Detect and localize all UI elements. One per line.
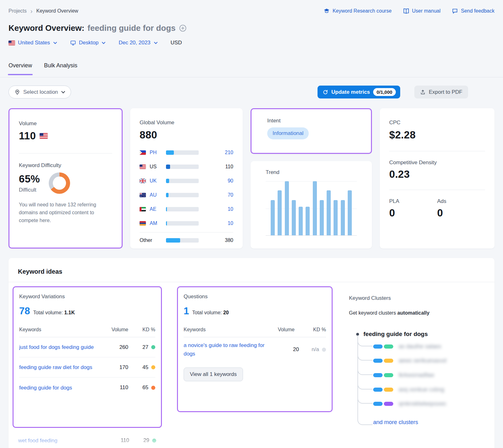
cluster-item[interactable]: qmknsklwlwqxsxec xyxy=(373,399,446,409)
update-metrics-label: Update metrics xyxy=(331,89,370,95)
cluster-item[interactable]: asq xonkue cxbng xyxy=(373,384,444,395)
cluster-branch-line xyxy=(357,351,373,361)
kd-cell: 29 xyxy=(129,437,156,444)
cluster-label-blurred: qmknsklwlwqxsxec xyxy=(399,400,446,407)
user-manual-link[interactable]: User manual xyxy=(403,8,441,14)
global-volume-row: PH210 xyxy=(140,145,233,160)
cluster-item[interactable]: lkrkwsmadfaw xyxy=(373,370,434,380)
country-code-link[interactable]: AE xyxy=(150,206,166,212)
country-code-link[interactable]: AM xyxy=(150,221,166,226)
location-filter-label: United States xyxy=(18,40,50,46)
filters-bar: United States Desktop Dec 20, 2023 USD xyxy=(8,40,182,46)
kd-cell: 45 xyxy=(128,364,155,371)
keyword-difficulty-value: 65% xyxy=(19,173,40,185)
trend-card: Trend xyxy=(251,161,372,249)
country-code-link[interactable]: UK xyxy=(150,178,166,184)
cluster-label-blurred: aews serikuesaxxd xyxy=(399,357,446,364)
country-volume-value: 210 xyxy=(199,150,233,155)
keyword-link[interactable]: just food for dogs feeding guide xyxy=(19,343,106,351)
country-code-link[interactable]: PH xyxy=(150,150,166,155)
trend-bar xyxy=(334,200,338,235)
page-title: Keyword Overview: feeding guide for dogs xyxy=(8,23,187,33)
us-flag-icon xyxy=(40,133,48,139)
country-volume-value: 10 xyxy=(199,221,233,226)
keyword-link[interactable]: feeding guide raw diet for dogs xyxy=(19,363,106,372)
global-volume-value: 880 xyxy=(140,129,233,141)
global-volume-row: AE10 xyxy=(140,202,233,216)
keyword-difficulty-title: Keyword Difficulty xyxy=(19,162,112,169)
kd-cell: 65 xyxy=(128,384,155,391)
global-volume-row: AU70 xyxy=(140,188,233,202)
cluster-branch-line xyxy=(357,416,373,425)
breadcrumb-projects[interactable]: Projects xyxy=(8,8,27,14)
questions-rows: a novice's guide to raw feeding for dogs… xyxy=(184,337,326,362)
currency-label: USD xyxy=(171,40,182,46)
tab-bulk-analysis[interactable]: Bulk Analysis xyxy=(44,62,77,75)
keyword-variations-total: Total volume: 1.1K xyxy=(33,310,75,316)
global-volume-row: AM10 xyxy=(140,216,233,230)
view-all-keywords-button[interactable]: View all 1 keywords xyxy=(184,367,243,381)
questions-count: 1 xyxy=(184,305,189,317)
book-icon xyxy=(403,8,409,14)
graduation-cap-icon xyxy=(323,8,330,14)
export-to-pdf-button[interactable]: Export to PDF xyxy=(414,86,468,98)
keyword-difficulty-label: Difficult xyxy=(19,187,40,193)
keyword-link[interactable]: wet food feeding xyxy=(18,436,107,445)
update-metrics-quota-badge: 0/1,000 xyxy=(373,88,396,96)
volume-card: Volume 110 Keyword Difficulty 65% Diffic… xyxy=(8,108,123,249)
cluster-pills-icon xyxy=(373,359,393,363)
update-metrics-button[interactable]: Update metrics 0/1,000 xyxy=(318,86,400,98)
chevron-down-icon xyxy=(154,42,158,44)
ads-label: Ads xyxy=(437,198,485,204)
keyword-link[interactable]: feeding guide for dogs xyxy=(19,384,106,392)
competitive-density-value: 0.23 xyxy=(389,168,485,180)
keyword-ideas-title: Keyword ideas xyxy=(18,268,62,275)
cpc-value: $2.28 xyxy=(389,129,485,141)
cluster-item[interactable]: aews serikuesaxxd xyxy=(373,356,446,366)
tabs-bar: Overview Bulk Analysis xyxy=(0,60,503,77)
country-volume-value: 70 xyxy=(199,192,233,198)
au-flag-icon xyxy=(140,193,146,197)
trend-bar xyxy=(278,190,282,235)
export-upload-icon xyxy=(420,89,426,95)
cluster-tree-trunk xyxy=(357,335,358,416)
send-feedback-link[interactable]: Send feedback xyxy=(452,8,495,14)
page-title-prefix: Keyword Overview: xyxy=(8,23,84,33)
device-filter[interactable]: Desktop xyxy=(70,40,105,46)
country-code-link[interactable]: AU xyxy=(150,192,166,198)
variations-column-headers: Keywords Volume KD % xyxy=(19,327,155,337)
cluster-pills-icon xyxy=(373,402,393,406)
cluster-label-blurred: lkrkwsmadfaw xyxy=(399,372,434,378)
breadcrumb-current: Keyword Overview xyxy=(36,8,78,14)
us-flag-icon xyxy=(8,41,15,45)
date-filter-label: Dec 20, 2023 xyxy=(119,40,150,46)
breadcrumb: Projects › Keyword Overview xyxy=(8,8,78,14)
location-filter[interactable]: United States xyxy=(8,40,57,46)
country-volume-bar xyxy=(166,150,199,155)
country-volume-bar xyxy=(166,221,199,226)
keyword-research-course-link[interactable]: Keyword Research course xyxy=(323,8,392,14)
volume-cell: 20 xyxy=(276,346,299,353)
country-volume-value: 10 xyxy=(199,206,233,212)
keyword-variations-title: Keyword Variations xyxy=(19,294,155,300)
cluster-branch-line xyxy=(357,366,373,375)
volume-cell: 260 xyxy=(106,344,128,350)
select-location-dropdown[interactable]: Select location xyxy=(8,86,71,98)
date-filter[interactable]: Dec 20, 2023 xyxy=(119,40,157,46)
intent-badge: Informational xyxy=(267,127,309,139)
export-to-pdf-label: Export to PDF xyxy=(429,89,462,95)
add-keyword-icon[interactable] xyxy=(179,24,187,32)
cluster-item[interactable]: as dauthe salaex xyxy=(373,341,441,351)
keyword-link[interactable]: a novice's guide to raw feeding for dogs xyxy=(184,341,276,358)
competitive-density-title: Competitive Density xyxy=(389,160,485,166)
questions-column-headers: Keywords Volume KD % xyxy=(184,327,326,337)
volume-title: Volume xyxy=(19,120,112,127)
more-clusters-link[interactable]: and more clusters xyxy=(373,419,418,426)
questions-total: Total volume: 20 xyxy=(192,310,229,316)
trend-title: Trend xyxy=(266,169,357,176)
tab-overview[interactable]: Overview xyxy=(8,62,32,75)
breadcrumb-separator-icon: › xyxy=(30,8,33,14)
trend-bar xyxy=(271,200,275,235)
keyword-variations-count: 78 xyxy=(19,305,30,317)
top-link-label: Keyword Research course xyxy=(333,8,392,14)
